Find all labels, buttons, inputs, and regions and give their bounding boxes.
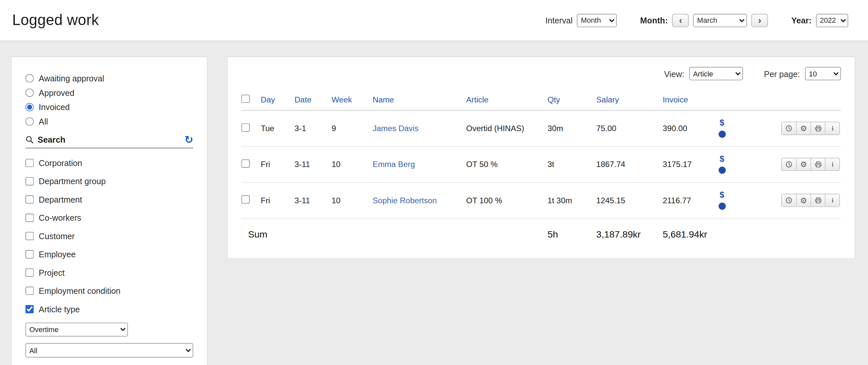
- filter-checkbox-input[interactable]: [25, 159, 34, 167]
- row-select-checkbox[interactable]: [241, 160, 249, 168]
- dollar-icon: $: [720, 119, 724, 127]
- printer-icon: [814, 125, 822, 132]
- printer-icon: [814, 160, 822, 168]
- filter-checkbox-customer[interactable]: Customer: [25, 231, 193, 241]
- time-log-button[interactable]: [782, 158, 796, 170]
- search-field[interactable]: ↻: [25, 135, 193, 148]
- time-log-button[interactable]: [782, 194, 796, 206]
- filter-checkbox-article-type[interactable]: Article type: [25, 304, 193, 314]
- info-button[interactable]: [825, 158, 839, 170]
- status-radio-input[interactable]: [25, 89, 34, 97]
- status-radio-approved[interactable]: Approved: [25, 88, 193, 98]
- info-icon: [829, 196, 836, 204]
- info-button[interactable]: [825, 122, 839, 134]
- filter-checkbox-input[interactable]: [25, 177, 34, 186]
- filter-checkbox-label: Employee: [39, 250, 76, 259]
- article-select[interactable]: All: [25, 343, 193, 358]
- cell-invoice: 390.00: [663, 124, 717, 133]
- invoiced-status-dot: [718, 167, 726, 174]
- filter-checkbox-input[interactable]: [25, 195, 34, 204]
- interval-select[interactable]: Month: [577, 13, 617, 27]
- filter-checkbox-input[interactable]: [25, 250, 34, 258]
- filter-checkbox-corporation[interactable]: Corporation: [25, 158, 193, 168]
- cell-name-link[interactable]: James Davis: [373, 124, 466, 133]
- settings-button[interactable]: ⚙: [796, 122, 811, 134]
- search-input[interactable]: [37, 135, 184, 144]
- results-panel: View: Article Per page: 10 Day Date Week…: [227, 56, 856, 259]
- per-page-label: Per page:: [764, 69, 800, 78]
- view-label: View:: [664, 69, 684, 78]
- print-button[interactable]: [811, 194, 825, 206]
- column-header-day[interactable]: Day: [261, 95, 294, 104]
- column-header-article[interactable]: Article: [466, 95, 548, 104]
- page-title: Logged work: [12, 11, 99, 29]
- table-row: Fri 3-11 10 Sophie Robertson OT 100 % 1t…: [241, 182, 841, 219]
- logged-work-table: Day Date Week Name Article Qty Salary In…: [241, 89, 841, 251]
- clock-icon: [785, 196, 793, 204]
- filter-checkbox-department-group[interactable]: Department group: [25, 176, 193, 186]
- per-page-select[interactable]: 10: [805, 67, 841, 80]
- column-header-name[interactable]: Name: [373, 95, 466, 104]
- next-month-button[interactable]: ›: [751, 13, 768, 27]
- filter-checkbox-input[interactable]: [25, 213, 34, 222]
- status-radio-input[interactable]: [25, 117, 34, 126]
- info-button[interactable]: [825, 194, 839, 206]
- row-select-checkbox[interactable]: [241, 195, 249, 204]
- year-label: Year:: [791, 15, 812, 25]
- print-button[interactable]: [811, 122, 825, 134]
- status-radio-label: Awaiting approval: [39, 73, 104, 83]
- filter-checkbox-department[interactable]: Department: [25, 195, 193, 204]
- previous-month-button[interactable]: ‹: [672, 13, 689, 27]
- article-type-select[interactable]: Overtime: [25, 323, 128, 336]
- refresh-icon[interactable]: ↻: [185, 135, 193, 144]
- filter-checkbox-list: Corporation Department group Department …: [25, 158, 193, 313]
- column-header-salary[interactable]: Salary: [596, 95, 663, 104]
- cell-actions: ⚙: [781, 194, 841, 207]
- settings-button[interactable]: ⚙: [796, 158, 811, 170]
- table-row: Tue 3-1 9 James Davis Overtid (HINAS) 30…: [241, 111, 841, 146]
- column-header-invoice[interactable]: Invoice: [663, 95, 717, 104]
- chevron-left-icon: ‹: [679, 15, 682, 25]
- filter-checkbox-employment-condition[interactable]: Employment condition: [25, 286, 193, 296]
- panel-controls: View: Article Per page: 10: [241, 67, 841, 80]
- cell-invoice: 3175.17: [663, 160, 717, 169]
- cell-day: Tue: [261, 124, 294, 133]
- year-select[interactable]: 2022: [816, 13, 848, 27]
- status-radio-label: Invoiced: [39, 102, 70, 112]
- column-header-qty[interactable]: Qty: [548, 95, 596, 104]
- status-radio-input[interactable]: [25, 74, 34, 82]
- column-header-week[interactable]: Week: [332, 95, 372, 104]
- row-select-checkbox[interactable]: [241, 124, 249, 132]
- status-radio-awaiting-approval[interactable]: Awaiting approval: [25, 73, 193, 83]
- filter-checkbox-input[interactable]: [25, 268, 34, 277]
- filter-checkbox-input[interactable]: [25, 232, 34, 240]
- interval-label: Interval: [546, 15, 573, 25]
- status-radio-all[interactable]: All: [25, 117, 193, 126]
- cell-date: 3-11: [294, 160, 332, 169]
- month-select[interactable]: March: [693, 13, 747, 27]
- status-radio-invoiced[interactable]: Invoiced: [25, 102, 193, 112]
- cell-week: 9: [332, 124, 372, 133]
- view-select[interactable]: Article: [689, 67, 743, 80]
- sum-salary: 3,187.89kr: [596, 229, 663, 240]
- filter-checkbox-co-workers[interactable]: Co-workers: [25, 213, 193, 223]
- status-stack: $: [717, 119, 726, 138]
- dollar-icon: $: [720, 155, 724, 163]
- cell-actions: ⚙: [781, 158, 841, 171]
- filter-checkbox-input[interactable]: [25, 305, 34, 313]
- filter-checkbox-project[interactable]: Project: [25, 268, 193, 277]
- filter-checkbox-employee[interactable]: Employee: [25, 250, 193, 259]
- filter-checkbox-input[interactable]: [25, 287, 34, 295]
- cell-name-link[interactable]: Emma Berg: [373, 160, 466, 169]
- printer-icon: [814, 196, 822, 204]
- cell-name-link[interactable]: Sophie Robertson: [373, 196, 466, 205]
- cell-date: 3-11: [294, 196, 332, 205]
- cell-qty: 3t: [548, 160, 596, 169]
- status-radio-input[interactable]: [25, 103, 34, 111]
- settings-button[interactable]: ⚙: [796, 194, 811, 206]
- column-header-date[interactable]: Date: [294, 95, 332, 104]
- print-button[interactable]: [811, 158, 825, 170]
- select-all-checkbox[interactable]: [241, 94, 249, 102]
- time-log-button[interactable]: [782, 122, 796, 134]
- sum-label: Sum: [241, 229, 294, 240]
